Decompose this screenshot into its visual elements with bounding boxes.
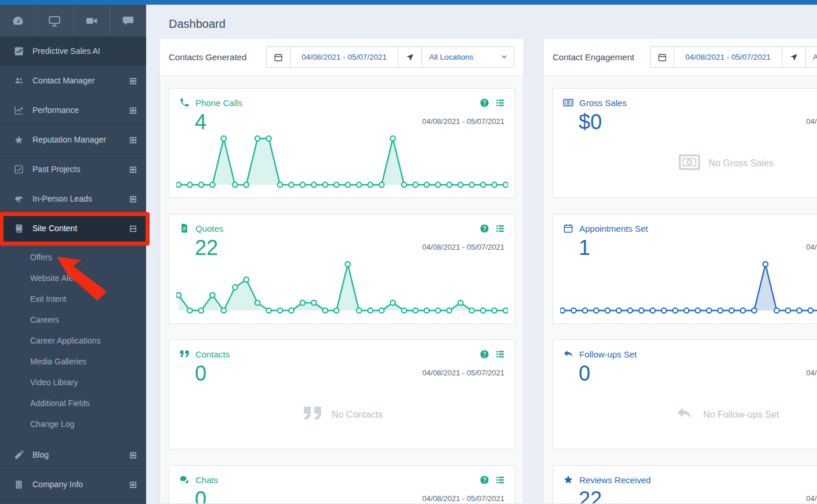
help-circle-icon[interactable] [480, 224, 489, 233]
sidebar-subitem-video-library[interactable]: Video Library [0, 372, 146, 393]
date-range-input[interactable]: 04/08/2021 - 05/07/2021 [291, 47, 398, 67]
card-date-range: 04/08/2021 - 05/07/2021 [806, 243, 817, 251]
book-icon [14, 224, 24, 233]
sidebar-subitem-media-galleries[interactable]: Media Galleries [0, 351, 146, 372]
building-icon [14, 480, 24, 490]
money-icon [678, 154, 700, 173]
card-quotes: Quotes2204/08/2021 - 05/07/2021 [169, 214, 515, 324]
list-icon[interactable] [495, 349, 505, 359]
card-date-range: 04/08/2021 - 05/07/2021 [422, 117, 504, 126]
list-icon[interactable] [495, 475, 505, 485]
cards-list: Gross Sales$004/08/2021 - 05/07/2021No G… [544, 76, 817, 504]
sidebar-item-label: Past Projects [32, 165, 129, 174]
card-header: Gross Sales [553, 89, 817, 108]
users-icon [14, 76, 24, 86]
main-content: Dashboard Contacts Generated04/08/2021 -… [146, 5, 817, 504]
sidebar-item-in-person-leads[interactable]: In-Person Leads⊞ [0, 184, 146, 214]
location-select[interactable]: All Locations [806, 47, 817, 67]
card-title: Phone Calls [195, 98, 480, 108]
star-icon [14, 135, 24, 145]
quotes-icon [179, 349, 190, 359]
sidebar-subitem-exit-intent[interactable]: Exit Intent [0, 288, 146, 309]
sidebar-gauge-icon[interactable] [0, 5, 37, 36]
sidebar-subitem-change-log[interactable]: Change Log [0, 414, 146, 434]
card-contacts: Contacts004/08/2021 - 05/07/2021No Conta… [169, 339, 515, 450]
plus-square-icon[interactable]: ⊞ [129, 105, 137, 116]
card-follow-ups-set: Follow-ups Set004/08/2021 - 05/07/2021No… [553, 339, 817, 450]
panel-header: Contact Engagement04/08/2021 - 05/07/202… [544, 39, 817, 76]
card-date-range: 04/08/2021 - 05/07/2021 [806, 368, 817, 377]
card-header: Follow-ups Set [553, 340, 817, 359]
chats-icon [179, 474, 190, 485]
card-reviews-received: Reviews Received2204/08/2021 - 05/07/202… [553, 465, 817, 504]
list-icon[interactable] [495, 224, 505, 233]
star-icon [563, 474, 573, 485]
sidebar-item-performance[interactable]: Performance⊞ [0, 96, 146, 125]
sidebar-subitem-additional-fields[interactable]: Additional Fields [0, 393, 146, 414]
plus-square-icon[interactable]: ⊞ [129, 134, 137, 145]
sidebar-monitor-icon[interactable] [37, 5, 73, 36]
sidebar-subitem-career-applications[interactable]: Career Applications [0, 330, 146, 351]
card-title: Appointments Set [579, 224, 817, 233]
sidebar-item-past-projects[interactable]: Past Projects⊞ [0, 155, 146, 184]
check-square-icon [14, 165, 24, 174]
panel-contact-engagement: Contact Engagement04/08/2021 - 05/07/202… [543, 38, 817, 504]
sidebar-item-predictive-sales-ai[interactable]: Predictive Sales AI [0, 36, 146, 66]
plus-square-icon[interactable]: ⊞ [129, 164, 137, 175]
page-title: Dashboard [169, 17, 226, 31]
card-title: Chats [195, 475, 480, 485]
calendar-button[interactable] [267, 47, 291, 67]
location-select-value: All Locations [813, 53, 817, 61]
minus-square-icon[interactable]: ⊟ [129, 223, 137, 234]
card-value: $0 [579, 110, 817, 134]
sidebar-video-camera-icon[interactable] [74, 5, 110, 36]
empty-state-text: No Gross Sales [709, 158, 774, 169]
help-circle-icon[interactable] [480, 475, 489, 485]
chart-box-icon [14, 46, 24, 56]
card-actions [480, 349, 505, 359]
plus-square-icon[interactable]: ⊞ [129, 450, 137, 461]
card-date-range: 04/08/2021 - 05/07/2021 [806, 494, 817, 503]
plus-square-icon[interactable]: ⊞ [129, 75, 137, 86]
plus-square-icon[interactable]: ⊞ [129, 479, 137, 490]
sidebar-item-blog[interactable]: Blog⊞ [0, 440, 146, 470]
location-arrow-icon [789, 53, 798, 62]
card-actions [480, 475, 505, 485]
sidebar-item-label: Reputation Manager [32, 135, 129, 144]
calendar-button[interactable] [651, 47, 674, 67]
location-button[interactable] [782, 47, 806, 67]
location-select[interactable]: All Locations [422, 47, 514, 67]
date-range-input[interactable]: 04/08/2021 - 05/07/2021 [674, 47, 782, 67]
empty-state: No Follow-ups Set [553, 405, 817, 425]
sidebar-subitem-offers[interactable]: Offers [0, 247, 146, 268]
chevron-down-icon [500, 53, 508, 62]
empty-state-text: No Contacts [332, 410, 383, 420]
sidebar-item-company-info[interactable]: Company Info⊞ [0, 470, 146, 499]
sidebar: Predictive Sales AIContact Manager⊞Perfo… [0, 5, 146, 504]
card-date-range: 04/08/2021 - 05/07/2021 [422, 243, 504, 251]
sidebar-chat-icon[interactable] [110, 5, 146, 36]
calendar-icon [658, 53, 667, 62]
card-header: Chats [169, 466, 515, 485]
sidebar-item-contact-manager[interactable]: Contact Manager⊞ [0, 66, 146, 96]
card-header: Quotes [169, 214, 515, 233]
handshake-icon [14, 194, 24, 204]
plus-square-icon[interactable]: ⊞ [129, 193, 137, 204]
empty-state: No Gross Sales [553, 154, 817, 173]
panel-filters: 04/08/2021 - 05/07/2021All Locations [266, 46, 514, 68]
sidebar-item-reputation-manager[interactable]: Reputation Manager⊞ [0, 125, 146, 155]
help-circle-icon[interactable] [480, 349, 489, 359]
sidebar-subitem-website-alert[interactable]: Website Alert [0, 268, 146, 288]
list-icon[interactable] [495, 98, 505, 108]
card-date-range: 04/08/2021 - 05/07/2021 [422, 494, 504, 503]
card-value: 1 [579, 236, 817, 260]
card-actions [480, 98, 505, 108]
help-circle-icon[interactable] [480, 98, 489, 108]
card-header: Appointments Set [553, 214, 817, 233]
card-actions [480, 224, 505, 233]
sidebar-item-site-content[interactable]: Site Content⊟ [0, 214, 146, 243]
sidebar-item-label: Contact Manager [32, 76, 129, 85]
location-button[interactable] [398, 47, 422, 67]
location-arrow-icon [405, 53, 415, 62]
sidebar-subitem-careers[interactable]: Careers [0, 309, 146, 330]
